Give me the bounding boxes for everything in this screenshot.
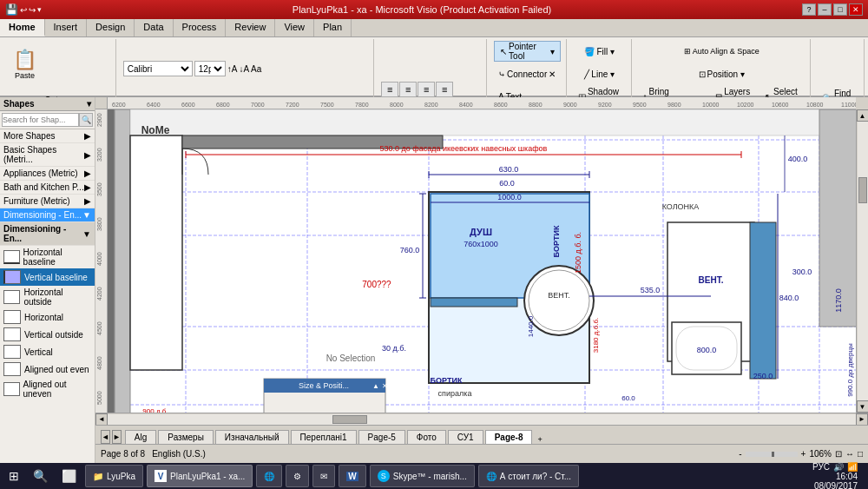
canvas-viewport[interactable]: ДУШ 760х1000 БОРТИК ВЕНТ. [108, 109, 856, 413]
tab-plan[interactable]: Plan [314, 19, 352, 36]
label-dush: ДУШ [470, 227, 492, 237]
tab-razmery[interactable]: Размеры [158, 430, 214, 444]
close-btn[interactable]: ✕ [849, 3, 863, 16]
shape-vertical[interactable]: Vertical [0, 343, 95, 360]
pointer-tool-button[interactable]: ↖ Pointer Tool ▾ [494, 41, 561, 62]
add-page-button[interactable]: + [537, 435, 542, 444]
shape-horizontal-baseline[interactable]: Horizontal baseline [0, 246, 95, 268]
shapes-menu-icon[interactable]: ▾ [87, 99, 91, 109]
auto-align-button[interactable]: ⊞ Auto Align & Space [680, 41, 764, 62]
no-selection-text: No Selection [326, 354, 376, 363]
svg-text:3500: 3500 [96, 182, 102, 196]
tab-pereplani1[interactable]: Перепланi1 [291, 430, 357, 444]
fill-button[interactable]: 🪣 Fill ▾ [580, 41, 619, 62]
scroll-thumb-vertical[interactable] [858, 177, 867, 203]
tab-design[interactable]: Design [87, 19, 135, 36]
taskbar-app-lyupka[interactable]: 📁 LyuPka [85, 465, 143, 487]
category-basic-shapes[interactable]: Basic Shapes (Metri... ▶ [0, 143, 95, 167]
shape-horizontal[interactable]: Horizontal [0, 308, 95, 326]
help-btn[interactable]: ? [802, 3, 816, 16]
taskbar-app-browser2-icon: 🌐 [486, 472, 496, 481]
search-shapes-input[interactable] [2, 113, 79, 127]
justify-button[interactable]: ≡ [436, 82, 453, 97]
scroll-right-button[interactable]: ► [856, 413, 868, 426]
taskbar-app-browser1[interactable]: 🌐 [256, 465, 282, 487]
shape-horizontal-outside[interactable]: Horizontal outside [0, 286, 95, 308]
view-mode-btn[interactable]: □ [858, 449, 863, 459]
paste-button[interactable]: 📋 Paste [9, 41, 41, 88]
tab-foto[interactable]: Фото [407, 430, 446, 444]
scroll-down-button[interactable]: ▼ [857, 400, 869, 413]
search-shapes-button[interactable]: 🔍 [79, 113, 93, 127]
category-dimensioning[interactable]: Dimensioning - En... ▼ [0, 208, 95, 222]
scroll-track-horizontal[interactable] [108, 414, 856, 425]
fit-page-btn[interactable]: ⊡ [835, 449, 842, 459]
minimize-btn[interactable]: – [818, 3, 832, 16]
annotation-990: 990.0 до дверцы [846, 343, 854, 397]
tab-view[interactable]: View [275, 19, 314, 36]
fit-width-btn[interactable]: ↔ [845, 449, 854, 459]
tab-alg[interactable]: Alg [125, 430, 156, 444]
vertical-scrollbar[interactable]: ▲ ▼ [856, 109, 868, 413]
taskbar-app-visio[interactable]: V PlanLyuPka1 - xa... [147, 465, 253, 487]
tab-su1[interactable]: СУ1 [448, 430, 483, 444]
font-size-select[interactable]: 12pt [194, 61, 226, 76]
shape-vertical-baseline[interactable]: Vertical baseline [0, 268, 95, 286]
vertical-outside-label: Vertical outside [24, 330, 83, 340]
svg-rect-52 [130, 135, 182, 370]
pointer-label: Pointer Tool [509, 42, 549, 61]
category-furniture[interactable]: Furniture (Metric) ▶ [0, 195, 95, 208]
position-label: Position ▾ [707, 69, 745, 79]
svg-text:11000: 11000 [841, 102, 856, 108]
category-appliances[interactable]: Appliances (Metric) ▶ [0, 167, 95, 181]
scroll-left-button[interactable]: ◄ [95, 413, 108, 426]
more-shapes-button[interactable]: More Shapes ▶ [0, 129, 95, 143]
shape-aligned-out-uneven[interactable]: Aligned out uneven [0, 378, 95, 400]
connector-button[interactable]: ⤷ Connector ✕ [494, 63, 560, 84]
page-nav-right[interactable]: ► [112, 430, 122, 444]
scroll-thumb-horizontal[interactable] [332, 415, 367, 424]
align-center-button[interactable]: ≡ [399, 82, 417, 97]
zoom-out-btn[interactable]: - [739, 449, 741, 459]
taskbar-app-skype[interactable]: S Skype™ - marish... [370, 465, 475, 487]
tab-process[interactable]: Process [174, 19, 227, 36]
position-button[interactable]: ⊡ Position ▾ [694, 63, 749, 84]
taskbar-app-browser2[interactable]: 🌐 А стоит ли? - Ст... [478, 465, 579, 487]
scroll-track-vertical[interactable] [858, 122, 868, 400]
page-nav-left[interactable]: ◄ [101, 430, 110, 444]
category-dimensioning-label: Dimensioning - En... [3, 210, 82, 220]
tab-page8[interactable]: Page-8 [485, 430, 533, 444]
horizontal-scrollbar[interactable]: ◄ ► [95, 413, 868, 425]
increase-font-icon: ↑A [227, 64, 238, 74]
tab-home[interactable]: Home [0, 19, 45, 36]
tab-review[interactable]: Review [226, 19, 275, 36]
svg-text:7800: 7800 [355, 102, 369, 108]
search-button[interactable]: 🔍 [28, 465, 53, 487]
category-dimensioning-sub[interactable]: Dimensioning - En... ▼ [0, 222, 95, 246]
date: 08/09/2017 [812, 481, 858, 490]
task-view-button[interactable]: ⬜ [56, 465, 82, 487]
size-pos-close-x: ✕ [382, 382, 388, 390]
tab-page5[interactable]: Page-5 [358, 430, 405, 444]
tab-insert[interactable]: Insert [45, 19, 88, 36]
taskbar-app-word[interactable]: W [339, 465, 365, 487]
category-bath-kitchen[interactable]: Bath and Kitchen P... ▶ [0, 181, 95, 195]
maximize-btn[interactable]: □ [833, 3, 847, 16]
tab-iznachalny[interactable]: Изначальный [215, 430, 289, 444]
align-left-button[interactable]: ≡ [381, 82, 398, 97]
vertical-baseline-icon [3, 270, 21, 284]
tab-data[interactable]: Data [135, 19, 173, 36]
start-button[interactable]: ⊞ [3, 465, 24, 487]
svg-text:9200: 9200 [598, 102, 612, 108]
align-right-button[interactable]: ≡ [418, 82, 435, 97]
shape-vertical-outside[interactable]: Vertical outside [0, 326, 95, 343]
connector-label: Connector [507, 69, 547, 79]
font-family-select[interactable]: Calibri [123, 61, 193, 76]
taskbar-app-settings[interactable]: ⚙ [286, 465, 309, 487]
line-button[interactable]: ╱ Line ▾ [580, 63, 619, 84]
taskbar-app-mail[interactable]: ✉ [312, 465, 335, 487]
aligned-out-even-icon [3, 362, 21, 376]
zoom-in-btn[interactable]: + [801, 449, 806, 459]
scroll-up-button[interactable]: ▲ [857, 109, 869, 122]
shape-aligned-out-even[interactable]: Aligned out even [0, 360, 95, 378]
